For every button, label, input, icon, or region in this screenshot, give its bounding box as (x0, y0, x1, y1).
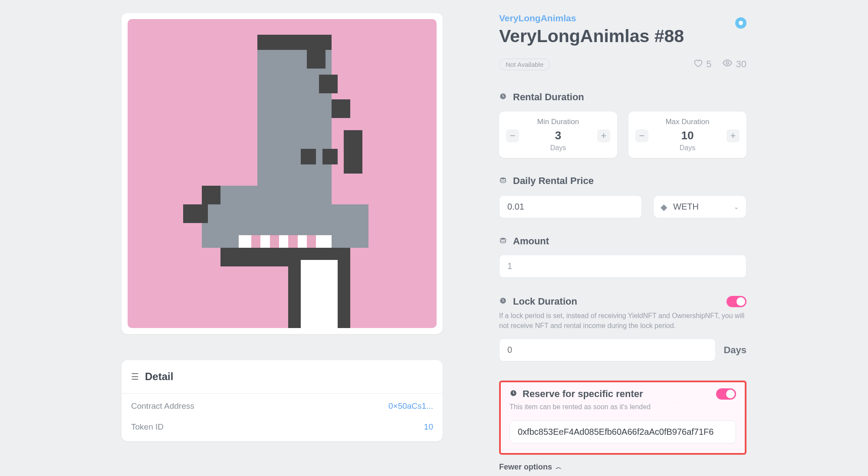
fewer-options-toggle[interactable]: Fewer options ︿ (499, 463, 746, 472)
min-duration-label: Min Duration (537, 118, 579, 126)
max-duration-decrement[interactable]: − (635, 129, 648, 142)
currency-label: WETH (673, 202, 727, 212)
lock-duration-toggle[interactable] (727, 296, 746, 307)
availability-badge: Not Available (499, 59, 550, 70)
detail-header[interactable]: ☰ Detail (122, 360, 443, 394)
daily-price-input[interactable] (499, 195, 642, 218)
amount-input[interactable] (499, 255, 746, 278)
heart-icon (693, 58, 703, 70)
section-reserve-renter: Reserve for specific renter This item ca… (499, 381, 746, 455)
ethereum-icon: ◆ (661, 202, 667, 212)
svg-point-2 (500, 177, 506, 180)
clock-icon (499, 92, 508, 102)
detail-card: ☰ Detail Contract Address 0×50aCs1... To… (122, 360, 443, 441)
max-duration-increment[interactable]: + (727, 129, 740, 142)
lock-duration-title: Lock Duration (513, 296, 577, 307)
amount-title: Amount (513, 236, 549, 247)
collection-link[interactable]: VeryLongAnimlas (499, 13, 576, 23)
detail-row-contract: Contract Address 0×50aCs1... (122, 394, 443, 414)
detail-title: Detail (145, 371, 173, 383)
section-amount: Amount (499, 236, 746, 278)
fewer-options-label: Fewer options (499, 463, 552, 472)
contract-address-value[interactable]: 0×50aCs1... (388, 401, 433, 411)
min-duration-increment[interactable]: + (597, 129, 610, 142)
reserve-toggle[interactable] (716, 388, 736, 400)
reserve-address-input[interactable] (510, 420, 736, 443)
eye-icon (722, 58, 733, 71)
clock-icon (510, 389, 517, 399)
section-daily-price: Daily Rental Price ◆ WETH ⌄ (499, 175, 746, 218)
section-lock-duration: Lock Duration If a lock period is set, i… (499, 296, 746, 361)
coins-icon (499, 176, 508, 186)
svg-point-3 (500, 238, 506, 240)
lock-duration-unit: Days (723, 345, 746, 356)
section-rental-duration: Rental Duration Min Duration − 3 + Days … (499, 92, 746, 158)
chevron-up-icon: ︿ (556, 463, 562, 471)
views-count: 30 (736, 59, 746, 70)
min-duration-decrement[interactable]: − (506, 129, 519, 142)
daily-price-title: Daily Rental Price (513, 175, 594, 187)
reserve-description: This item can be rented as soon as it's … (510, 403, 736, 411)
min-duration-value: 3 (555, 129, 561, 142)
tokenid-value[interactable]: 10 (424, 422, 433, 432)
item-title: VeryLongAnimlas #88 (499, 26, 746, 46)
lock-duration-description: If a lock period is set, instead of rece… (499, 311, 746, 331)
likes-count: 5 (706, 59, 711, 70)
views-stat: 30 (722, 58, 746, 71)
tokenid-label: Token ID (131, 422, 164, 432)
max-duration-card: Max Duration − 10 + Days (628, 112, 746, 158)
clock-icon (499, 297, 508, 307)
svg-point-0 (726, 62, 729, 64)
max-duration-unit: Days (680, 144, 695, 152)
currency-select[interactable]: ◆ WETH ⌄ (653, 195, 746, 218)
nft-artwork (128, 19, 437, 328)
rental-duration-title: Rental Duration (513, 92, 584, 103)
lock-duration-input[interactable] (499, 338, 716, 361)
detail-row-tokenid: Token ID 10 (122, 414, 443, 441)
nft-image-card (122, 13, 443, 334)
chevron-down-icon: ⌄ (733, 203, 739, 211)
max-duration-label: Max Duration (665, 118, 709, 126)
likes-stat[interactable]: 5 (693, 58, 711, 70)
contract-address-label: Contract Address (131, 401, 194, 411)
min-duration-card: Min Duration − 3 + Days (499, 112, 617, 158)
max-duration-value: 10 (681, 129, 694, 142)
list-icon: ☰ (131, 371, 139, 382)
meta-row: Not Available 5 30 (499, 58, 746, 71)
verified-badge-icon[interactable] (735, 17, 746, 29)
reserve-title: Reserve for specific renter (523, 388, 643, 400)
coins-icon (499, 236, 508, 246)
min-duration-unit: Days (550, 144, 566, 152)
